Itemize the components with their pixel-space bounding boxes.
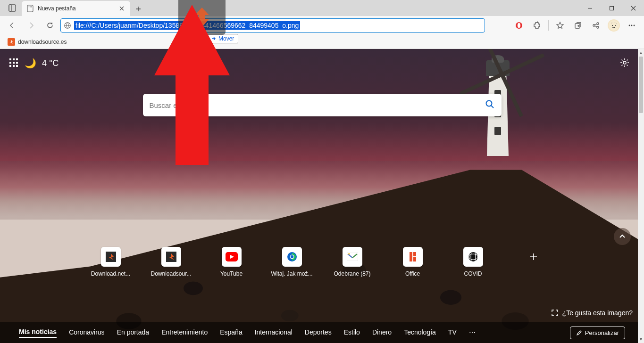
quicklink-item[interactable]: Odebrane (87) xyxy=(338,247,367,277)
collections-icon[interactable] xyxy=(569,18,586,33)
quicklink-item[interactable]: Downloadsour... xyxy=(157,247,185,277)
page-settings-icon[interactable] xyxy=(619,57,630,70)
svg-point-19 xyxy=(634,25,635,26)
toolbar-right xyxy=(510,18,640,33)
bookmark-item[interactable]: downloadsource.es xyxy=(6,37,68,47)
settings-menu-icon[interactable] xyxy=(623,18,640,33)
scroll-up-arrow[interactable]: ▲ xyxy=(638,49,644,57)
svg-point-3 xyxy=(29,7,30,8)
bookmark-favicon xyxy=(8,38,15,46)
address-bar[interactable]: file:///C:/Users/juanm/Desktop/135887_53… xyxy=(60,18,485,33)
image-feedback-link[interactable]: ¿Te gusta esta imagen? xyxy=(551,309,633,317)
background-windmill xyxy=(491,49,566,106)
svg-point-15 xyxy=(612,25,613,26)
svg-point-20 xyxy=(623,61,626,64)
ntp-top-row: 🌙 4 °C xyxy=(9,57,59,69)
personalize-label: Personalizar xyxy=(585,329,619,336)
drag-ghost-icon xyxy=(178,0,226,35)
quick-links: Download.net... Downloadsour... YouTube … xyxy=(97,247,548,277)
svg-point-11 xyxy=(593,24,595,26)
news-nav-item[interactable]: TV xyxy=(448,328,457,337)
back-button[interactable] xyxy=(4,18,21,33)
quicklink-label: Download.net... xyxy=(91,270,130,277)
expand-icon xyxy=(551,309,559,317)
svg-point-32 xyxy=(468,252,478,261)
drop-hint-tooltip: Mover xyxy=(207,34,238,43)
svg-rect-6 xyxy=(610,6,613,10)
share-icon[interactable] xyxy=(587,18,604,33)
quicklink-label: Witaj. Jak moż... xyxy=(271,270,313,277)
news-nav-item[interactable]: Tecnología xyxy=(404,328,436,337)
svg-rect-1 xyxy=(9,5,11,11)
separator xyxy=(548,20,549,31)
svg-rect-0 xyxy=(9,5,16,11)
maximize-button[interactable] xyxy=(601,0,622,16)
minimize-button[interactable] xyxy=(579,0,601,16)
new-tab-button[interactable] xyxy=(131,2,145,16)
favorites-icon[interactable] xyxy=(552,18,569,33)
close-window-button[interactable] xyxy=(622,0,644,16)
add-quicklink-button[interactable] xyxy=(519,247,548,277)
tabstrip: Nueva pestaña xyxy=(0,0,145,16)
scroll-down-arrow[interactable]: ▼ xyxy=(638,335,644,343)
quicklink-item[interactable]: Office xyxy=(399,247,427,277)
profile-avatar[interactable] xyxy=(605,18,622,33)
news-nav: Mis noticias Coronavirus En portada Entr… xyxy=(0,322,644,343)
vertical-scrollbar[interactable]: ▲ ▼ xyxy=(638,49,644,343)
news-nav-item[interactable]: Coronavirus xyxy=(69,328,104,337)
news-nav-item[interactable]: Dinero xyxy=(372,328,392,337)
browser-tab[interactable]: Nueva pestaña xyxy=(22,1,130,16)
app-launcher-icon[interactable] xyxy=(9,58,19,68)
personalize-button[interactable]: Personalizar xyxy=(570,327,625,339)
forward-button[interactable] xyxy=(23,18,40,33)
quicklink-label: Odebrane (87) xyxy=(334,270,370,277)
news-nav-item[interactable]: Estilo xyxy=(344,328,360,337)
extensions-icon[interactable] xyxy=(528,18,545,33)
news-nav-item[interactable]: España xyxy=(220,328,242,337)
news-nav-item[interactable]: Entretenimiento xyxy=(161,328,208,337)
quicklink-label: Downloadsour... xyxy=(151,270,191,277)
extension-opera-icon[interactable] xyxy=(510,18,527,33)
scroll-thumb[interactable] xyxy=(639,57,643,113)
bookmarks-bar: downloadsource.es xyxy=(0,35,644,49)
quicklink-label: YouTube xyxy=(220,270,243,277)
site-info-icon[interactable] xyxy=(64,22,71,29)
weather-temperature[interactable]: 4 °C xyxy=(42,58,59,68)
svg-point-16 xyxy=(615,25,616,26)
weather-icon[interactable]: 🌙 xyxy=(25,57,36,69)
tab-title: Nueva pestaña xyxy=(38,5,114,12)
search-input[interactable] xyxy=(150,101,485,109)
svg-point-27 xyxy=(290,255,293,258)
scroll-up-button[interactable] xyxy=(614,228,631,245)
quicklink-item[interactable]: Download.net... xyxy=(97,247,125,277)
news-nav-item[interactable]: Mis noticias xyxy=(19,328,57,338)
toolbar: file:///C:/Users/juanm/Desktop/135887_53… xyxy=(0,16,644,35)
svg-point-18 xyxy=(631,25,633,26)
svg-point-13 xyxy=(597,26,599,28)
quicklink-item[interactable]: COVID xyxy=(459,247,487,277)
news-nav-item[interactable]: En portada xyxy=(117,328,150,337)
search-box[interactable] xyxy=(143,94,502,116)
search-icon[interactable] xyxy=(485,99,495,111)
svg-point-5 xyxy=(31,7,32,8)
page-icon xyxy=(26,5,34,12)
new-tab-page: 🌙 4 °C Download.net... Downloadsour... Y… xyxy=(0,49,644,343)
drop-hint-text: Mover xyxy=(218,35,234,42)
refresh-button[interactable] xyxy=(42,18,59,33)
tab-close-button[interactable] xyxy=(118,5,125,12)
svg-rect-2 xyxy=(27,5,33,12)
tab-actions-icon[interactable] xyxy=(4,0,21,16)
news-nav-more[interactable]: ⋯ xyxy=(469,329,476,336)
svg-point-21 xyxy=(486,101,492,106)
quicklink-item[interactable]: Witaj. Jak moż... xyxy=(278,247,306,277)
svg-point-14 xyxy=(609,20,619,31)
window-controls xyxy=(579,0,644,16)
svg-rect-30 xyxy=(413,252,416,256)
quicklink-label: Office xyxy=(405,270,420,277)
window-titlebar: Nueva pestaña xyxy=(0,0,644,16)
svg-point-4 xyxy=(30,7,31,8)
pencil-icon xyxy=(576,330,582,336)
quicklink-item[interactable]: YouTube xyxy=(217,247,246,277)
news-nav-item[interactable]: Internacional xyxy=(255,328,293,337)
news-nav-item[interactable]: Deportes xyxy=(305,328,332,337)
